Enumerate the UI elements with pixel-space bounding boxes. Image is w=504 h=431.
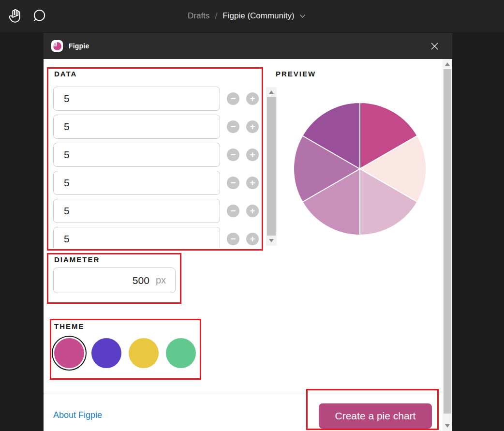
scroll-up-arrow-icon[interactable] [269,90,274,94]
decrement-button[interactable]: − [227,120,239,133]
hand-icon [7,8,23,24]
hand-tool-button[interactable] [3,0,27,32]
plugin-title: Figpie [69,42,89,50]
comment-tool-button[interactable] [28,0,50,32]
decrement-button[interactable]: − [227,233,239,245]
increment-button[interactable]: + [246,233,259,245]
breadcrumb-separator: / [215,11,217,21]
about-figpie-link[interactable]: About Figpie [53,410,102,420]
theme-swatch-purple[interactable] [91,338,121,368]
increment-button[interactable]: + [246,92,259,105]
data-value-input[interactable] [53,199,220,223]
data-list-scrollbar[interactable] [266,87,277,246]
window-scrollbar-thumb[interactable] [444,69,451,414]
decrement-button[interactable]: − [227,205,239,217]
breadcrumb-file-title[interactable]: Figpie (Community) [222,11,305,21]
theme-swatch-yellow[interactable] [129,338,159,368]
theme-section-label: THEME [54,322,85,330]
data-scrollbar-thumb[interactable] [267,97,276,236]
comment-icon [32,9,46,23]
figpie-app-icon [51,40,63,52]
data-value-input[interactable] [53,227,220,248]
data-row: −+ [53,115,260,139]
diameter-unit-label: px [156,275,166,286]
plugin-header: Figpie [44,33,452,59]
decrement-button[interactable]: − [227,177,239,189]
pie-chart-svg [293,102,427,236]
diameter-input[interactable]: 500 px [53,268,176,293]
data-value-input[interactable] [53,171,220,195]
plugin-window-scrollbar[interactable] [443,59,452,431]
breadcrumb-folder[interactable]: Drafts [188,11,209,21]
close-icon [430,42,439,50]
figpie-pie-glyph [53,42,61,50]
file-title-text: Figpie (Community) [222,11,294,21]
data-row: −+ [53,227,260,248]
decrement-button[interactable]: − [227,149,239,161]
data-section-label: DATA [54,70,77,78]
increment-button[interactable]: + [246,205,259,217]
data-row: −+ [53,143,260,167]
increment-button[interactable]: + [246,120,259,133]
create-pie-chart-button[interactable]: Create a pie chart [319,403,432,429]
data-row: −+ [53,171,260,195]
data-value-input[interactable] [53,143,220,167]
breadcrumb: Drafts / Figpie (Community) [188,0,306,32]
preview-section-label: PREVIEW [276,70,316,78]
data-value-input[interactable] [53,115,220,139]
scroll-up-arrow-icon[interactable] [445,62,450,66]
scroll-down-arrow-icon[interactable] [445,424,450,428]
theme-swatch-green[interactable] [166,338,196,368]
footer-divider [44,392,443,392]
increment-button[interactable]: + [246,149,259,161]
diameter-value[interactable]: 500 [133,275,149,286]
chevron-down-icon [299,14,306,18]
increment-button[interactable]: + [246,177,259,189]
data-row: −+ [53,87,260,111]
data-value-input[interactable] [53,87,220,111]
plugin-body: DATA −+−+−+−+−+−+ PREVIEW DIAMETER 500 p… [44,59,443,431]
data-row: −+ [53,199,260,223]
data-value-list: −+−+−+−+−+−+ [53,87,260,248]
scroll-down-arrow-icon[interactable] [269,239,274,242]
decrement-button[interactable]: − [227,92,239,105]
close-button[interactable] [429,41,440,51]
theme-swatch-row [54,338,196,368]
figma-toolbar: Drafts / Figpie (Community) [0,0,504,32]
theme-swatch-pink[interactable] [54,338,84,368]
diameter-section-label: DIAMETER [54,255,100,264]
figpie-plugin-window: Figpie DATA −+−+−+−+−+−+ PREVIEW DIAMETE… [44,33,452,431]
pie-chart-preview [293,102,427,236]
